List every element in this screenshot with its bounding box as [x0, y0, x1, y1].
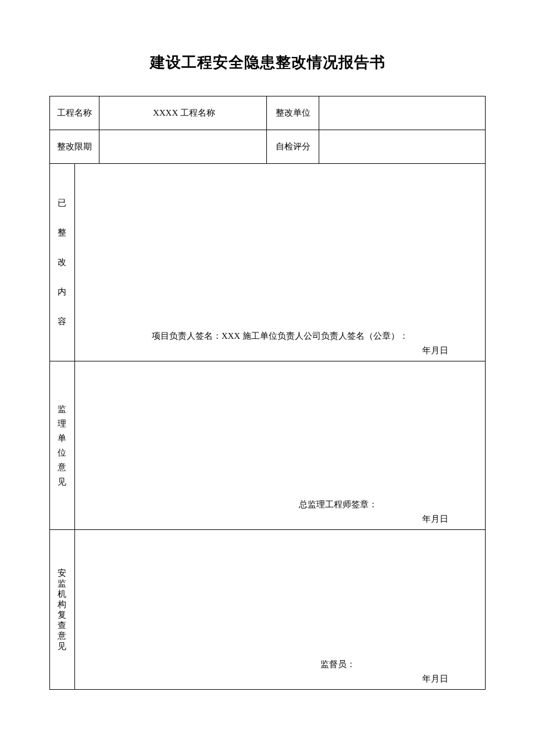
safety-date: 年月日 — [80, 673, 481, 685]
row-project: 工程名称 XXXX 工程名称 整改单位 — [50, 96, 486, 130]
cell-rectified-content: 项目负责人签名：XXX 施工单位负责人公司负责人签名（公章）： 年月日 — [74, 164, 486, 361]
supervision-date: 年月日 — [80, 514, 481, 525]
document-title: 建设工程安全隐患整改情况报告书 — [49, 52, 486, 73]
row-safety-review: 安 监 机 构 复 查 意 见 监督员： 年月日 — [50, 530, 486, 690]
rectified-date: 年月日 — [80, 345, 481, 356]
label-project-name: 工程名称 — [50, 96, 99, 130]
label-deadline: 整改限期 — [50, 130, 99, 164]
label-safety-review: 安 监 机 构 复 查 意 见 — [50, 530, 75, 690]
rectified-signature-line: 项目负责人签名：XXX 施工单位负责人公司负责人签名（公章）： — [80, 331, 481, 342]
safety-signature-line: 监督员： — [80, 659, 481, 670]
value-rectify-unit — [319, 96, 486, 130]
row-supervision-opinion: 监 理 单 位 意 见 总监理工程师签章： 年月日 — [50, 361, 486, 530]
value-self-score — [319, 130, 486, 164]
label-self-score: 自检评分 — [267, 130, 319, 164]
row-rectified-content: 已 整 改 内 容 项目负责人签名：XXX 施工单位负责人公司负责人签名（公章）… — [50, 164, 486, 361]
label-rectify-unit: 整改单位 — [267, 96, 319, 130]
cell-supervision-opinion: 总监理工程师签章： 年月日 — [74, 361, 486, 530]
row-deadline: 整改限期 自检评分 — [50, 130, 486, 164]
supervision-signature-line: 总监理工程师签章： — [80, 499, 481, 510]
value-deadline — [99, 130, 267, 164]
cell-safety-review: 监督员： 年月日 — [74, 530, 486, 690]
value-project-name: XXXX 工程名称 — [99, 96, 267, 130]
report-table: 工程名称 XXXX 工程名称 整改单位 整改限期 自检评分 已 整 改 内 容 … — [49, 96, 486, 690]
label-supervision-opinion: 监 理 单 位 意 见 — [50, 361, 75, 530]
label-rectified-content: 已 整 改 内 容 — [50, 164, 75, 361]
